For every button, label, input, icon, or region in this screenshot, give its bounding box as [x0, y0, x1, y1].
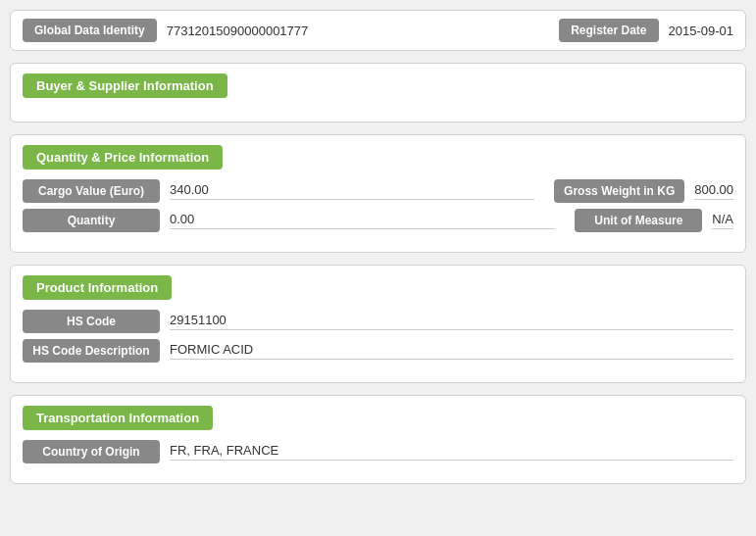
product-info-header: Product Information [23, 275, 172, 300]
quantity-price-header: Quantity & Price Information [23, 145, 223, 170]
hs-desc-row: HS Code Description FORMIC ACID [23, 339, 733, 363]
global-data-identity-label: Global Data Identity [23, 19, 157, 42]
hs-code-row: HS Code 29151100 [23, 310, 733, 333]
register-date-value: 2015-09-01 [669, 24, 734, 38]
quantity-label: Quantity [23, 209, 160, 232]
uom-value: N/A [712, 212, 733, 229]
uom-section: Unit of Measure N/A [575, 209, 733, 232]
country-origin-row: Country of Origin FR, FRA, FRANCE [23, 440, 733, 463]
buyer-supplier-header: Buyer & Supplier Information [23, 73, 227, 98]
hs-desc-label: HS Code Description [23, 339, 160, 363]
cargo-value: 340.00 [170, 182, 534, 200]
country-origin-label: Country of Origin [23, 440, 160, 463]
gross-weight-value: 800.00 [694, 182, 733, 200]
buyer-supplier-card: Buyer & Supplier Information [10, 63, 746, 122]
hs-code-value: 29151100 [170, 313, 733, 330]
hs-code-label: HS Code [23, 310, 160, 333]
gross-weight-section: Gross Weight in KG 800.00 [554, 179, 733, 203]
uom-label: Unit of Measure [575, 209, 702, 232]
quantity-price-card: Quantity & Price Information Cargo Value… [10, 134, 746, 253]
quantity-row: Quantity 0.00 Unit of Measure N/A [23, 209, 733, 232]
transportation-card: Transportation Information Country of Or… [10, 395, 746, 484]
global-data-identity-value: 77312015090000001777 [167, 24, 559, 38]
quantity-value: 0.00 [170, 212, 555, 229]
transportation-header: Transportation Information [23, 406, 213, 430]
gross-weight-label: Gross Weight in KG [554, 179, 684, 203]
country-origin-value: FR, FRA, FRANCE [170, 443, 733, 461]
register-date-label: Register Date [559, 19, 658, 42]
top-bar: Global Data Identity 7731201509000000177… [10, 10, 746, 51]
cargo-value-label: Cargo Value (Euro) [23, 179, 160, 203]
hs-desc-value: FORMIC ACID [170, 342, 733, 360]
cargo-row: Cargo Value (Euro) 340.00 Gross Weight i… [23, 179, 733, 203]
product-info-card: Product Information HS Code 29151100 HS … [10, 265, 746, 383]
